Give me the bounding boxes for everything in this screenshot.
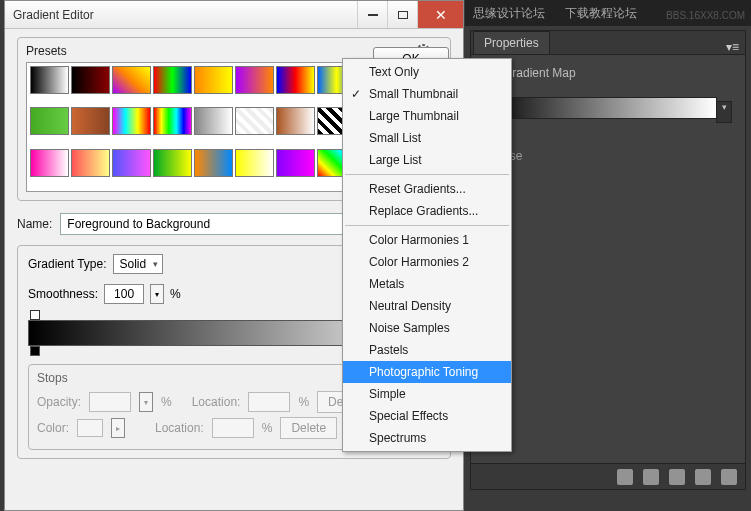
opacity-location-input: [248, 392, 290, 412]
preset-swatch[interactable]: [276, 149, 315, 177]
close-button[interactable]: ✕: [417, 1, 463, 28]
menu-text-only[interactable]: Text Only: [343, 61, 511, 83]
preset-swatch[interactable]: [71, 149, 110, 177]
properties-tab[interactable]: Properties: [473, 31, 550, 54]
opacity-label: Opacity:: [37, 395, 81, 409]
location-label-2: Location:: [155, 421, 204, 435]
gradient-map-preview[interactable]: [481, 97, 717, 119]
preset-swatch[interactable]: [276, 66, 315, 94]
smoothness-unit: %: [170, 287, 181, 301]
color-stepper: ▸: [111, 418, 125, 438]
gradient-type-label: Gradient Type:: [28, 257, 107, 271]
smoothness-stepper[interactable]: ▾: [150, 284, 164, 304]
preset-swatch[interactable]: [235, 149, 274, 177]
menu-neutral-density[interactable]: Neutral Density: [343, 295, 511, 317]
presets-label: Presets: [26, 44, 416, 58]
window-title: Gradient Editor: [13, 8, 357, 22]
dither-checkbox[interactable]: er: [481, 131, 735, 145]
smoothness-input[interactable]: [104, 284, 144, 304]
adjustment-icon[interactable]: [617, 469, 633, 485]
menu-separator: [345, 225, 509, 226]
color-stop[interactable]: [30, 346, 40, 356]
presets-flyout-menu: Text Only Small Thumbnail Large Thumbnai…: [342, 58, 512, 452]
opacity-stepper: ▾: [139, 392, 153, 412]
reset-icon[interactable]: [695, 469, 711, 485]
preset-swatch[interactable]: [153, 66, 192, 94]
opacity-stop[interactable]: [30, 310, 40, 320]
preset-swatch[interactable]: [235, 66, 274, 94]
preset-swatch[interactable]: [194, 149, 233, 177]
trash-icon[interactable]: [721, 469, 737, 485]
panel-menu-icon[interactable]: ▾≡: [720, 40, 745, 54]
reverse-checkbox[interactable]: erse: [481, 149, 735, 163]
menu-pastels[interactable]: Pastels: [343, 339, 511, 361]
preset-swatch[interactable]: [112, 149, 151, 177]
preset-swatch[interactable]: [153, 149, 192, 177]
menu-reset-gradients[interactable]: Reset Gradients...: [343, 178, 511, 200]
menu-photographic-toning[interactable]: Photographic Toning: [343, 361, 511, 383]
bg-tab-1: 思缘设计论坛: [473, 5, 545, 22]
menu-color-harmonies-2[interactable]: Color Harmonies 2: [343, 251, 511, 273]
preset-swatch[interactable]: [71, 107, 110, 135]
preset-swatch[interactable]: [276, 107, 315, 135]
name-label: Name:: [17, 217, 52, 231]
menu-small-thumbnail[interactable]: Small Thumbnail: [343, 83, 511, 105]
gradient-type-select[interactable]: Solid: [113, 254, 164, 274]
visibility-icon[interactable]: [669, 469, 685, 485]
preset-swatch[interactable]: [235, 107, 274, 135]
clip-icon[interactable]: [643, 469, 659, 485]
preset-swatch[interactable]: [194, 107, 233, 135]
smoothness-label: Smoothness:: [28, 287, 98, 301]
preset-swatch[interactable]: [112, 66, 151, 94]
menu-simple[interactable]: Simple: [343, 383, 511, 405]
preset-swatch[interactable]: [30, 66, 69, 94]
delete-color-stop-button: Delete: [280, 417, 337, 439]
menu-noise-samples[interactable]: Noise Samples: [343, 317, 511, 339]
opacity-input: [89, 392, 131, 412]
preset-swatch[interactable]: [112, 107, 151, 135]
color-location-input: [212, 418, 254, 438]
minimize-button[interactable]: [357, 1, 387, 28]
preset-swatch[interactable]: [194, 66, 233, 94]
menu-metals[interactable]: Metals: [343, 273, 511, 295]
menu-large-list[interactable]: Large List: [343, 149, 511, 171]
titlebar[interactable]: Gradient Editor ✕: [5, 1, 463, 29]
menu-special-effects[interactable]: Special Effects: [343, 405, 511, 427]
color-label: Color:: [37, 421, 69, 435]
preset-swatch[interactable]: [71, 66, 110, 94]
menu-replace-gradients[interactable]: Replace Gradients...: [343, 200, 511, 222]
preset-swatch[interactable]: [153, 107, 192, 135]
panel-footer: [471, 463, 745, 489]
location-label-1: Location:: [192, 395, 241, 409]
menu-spectrums[interactable]: Spectrums: [343, 427, 511, 449]
menu-large-thumbnail[interactable]: Large Thumbnail: [343, 105, 511, 127]
gradient-map-title: Gradient Map: [503, 66, 576, 80]
maximize-button[interactable]: [387, 1, 417, 28]
menu-separator: [345, 174, 509, 175]
color-well: [77, 419, 103, 437]
bg-tab-2: 下载教程论坛: [565, 5, 637, 22]
watermark: BBS.16XX8.COM: [666, 10, 745, 21]
preset-swatch[interactable]: [30, 149, 69, 177]
menu-small-list[interactable]: Small List: [343, 127, 511, 149]
preset-swatch[interactable]: [30, 107, 69, 135]
menu-color-harmonies-1[interactable]: Color Harmonies 1: [343, 229, 511, 251]
